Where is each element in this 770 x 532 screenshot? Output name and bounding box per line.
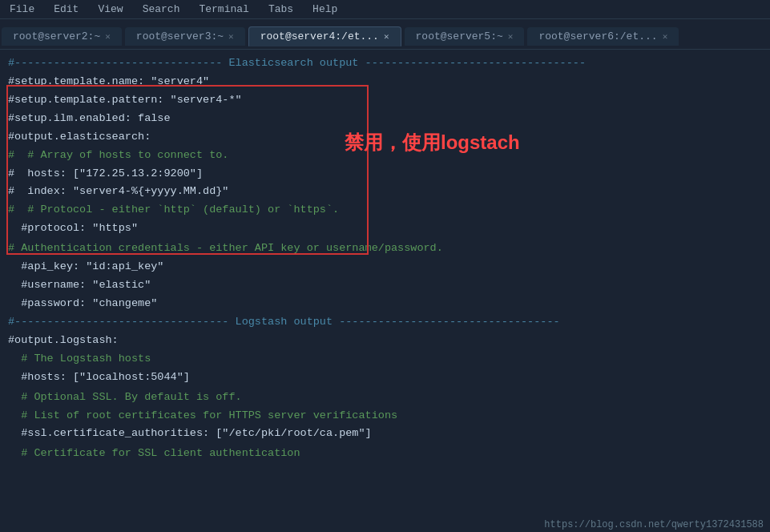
tab-server3[interactable]: root@server3:~ ✕ (125, 27, 245, 46)
code-line: #setup.template.name: "server4" (0, 73, 770, 91)
code-line: #api_key: "id:api_key" (0, 258, 770, 276)
code-line: # # Protocol - either `http` (default) o… (0, 201, 770, 220)
code-line: #output.logstash: (0, 332, 770, 350)
code-line: # Optional SSL. By default is off. (0, 389, 770, 407)
status-url: https://blog.csdn.net/qwerty1372431588 (544, 519, 764, 530)
code-line: #password: "changeme" (0, 295, 770, 313)
menu-terminal[interactable]: Terminal (196, 2, 252, 17)
tab-server4[interactable]: root@server4:/et... ✕ (248, 26, 401, 46)
code-line: # hosts: ["172.25.13.2:9200"] (0, 165, 770, 183)
tab-server2[interactable]: root@server2:~ ✕ (2, 27, 122, 46)
code-line: #-------------------------------- Elasti… (0, 54, 770, 73)
code-area: #-------------------------------- Elasti… (0, 50, 770, 468)
menu-bar: File Edit View Search Terminal Tabs Help (0, 0, 770, 19)
code-line: #setup.ilm.enabled: false (0, 110, 770, 128)
menu-help[interactable]: Help (309, 2, 341, 17)
close-icon[interactable]: ✕ (228, 31, 234, 42)
code-line: # Certificate for SSL client authenticat… (0, 445, 770, 463)
tab-label: root@server4:/et... (260, 30, 379, 42)
tab-label: root@server5:~ (416, 30, 503, 42)
code-line: # Authentication credentials - either AP… (0, 240, 770, 258)
menu-file[interactable]: File (6, 2, 38, 17)
code-line: #hosts: ["localhost:5044"] (0, 369, 770, 387)
annotation-text: 禁用，使用logstach (345, 130, 520, 155)
tab-label: root@server2:~ (13, 30, 100, 42)
tab-label: root@server6:/et... (538, 30, 657, 42)
close-icon[interactable]: ✕ (105, 31, 111, 42)
tab-server6[interactable]: root@server6:/et... ✕ (527, 27, 679, 46)
code-line: # List of root certificates for HTTPS se… (0, 407, 770, 425)
code-line: #username: "elastic" (0, 276, 770, 295)
close-icon[interactable]: ✕ (508, 31, 514, 42)
tab-server5[interactable]: root@server5:~ ✕ (405, 27, 525, 46)
code-line: #protocol: "https" (0, 220, 770, 238)
tab-bar: root@server2:~ ✕ root@server3:~ ✕ root@s… (0, 19, 770, 50)
code-line: # The Logstash hosts (0, 350, 770, 369)
tab-label: root@server3:~ (136, 30, 224, 42)
menu-search[interactable]: Search (139, 2, 183, 17)
code-line: # index: "server4-%{+yyyy.MM.dd}" (0, 183, 770, 201)
code-line: #--------------------------------- Logst… (0, 313, 770, 332)
menu-edit[interactable]: Edit (50, 2, 82, 17)
close-icon[interactable]: ✕ (384, 31, 389, 42)
close-icon[interactable]: ✕ (663, 31, 668, 42)
code-line: #setup.template.pattern: "server4-*" (0, 91, 770, 110)
status-bar: https://blog.csdn.net/qwerty1372431588 (538, 518, 770, 532)
code-line: #ssl.certificate_authorities: ["/etc/pki… (0, 425, 770, 443)
menu-tabs[interactable]: Tabs (265, 2, 296, 17)
menu-view[interactable]: View (95, 2, 126, 17)
